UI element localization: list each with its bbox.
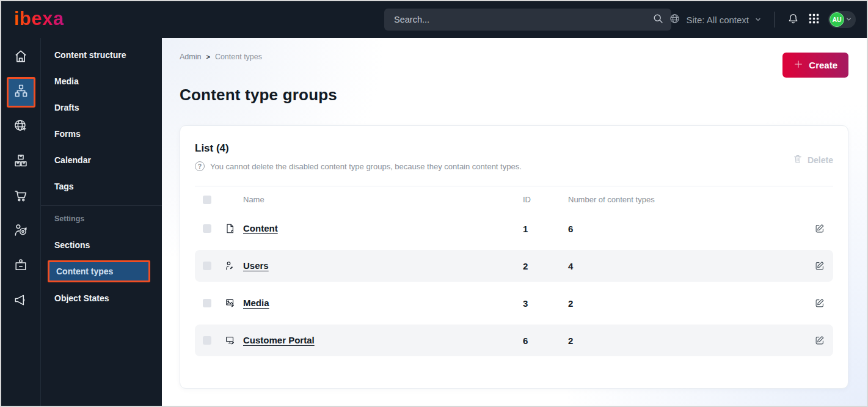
megaphone-icon [13,292,29,310]
sitemap-icon [13,83,29,101]
avatar: AU [830,12,844,27]
trash-icon [793,154,803,166]
create-button[interactable]: Create [782,53,848,78]
group-id: 3 [523,298,568,309]
group-link[interactable]: Content [243,223,278,233]
cart-icon [13,188,29,206]
globe-icon [669,13,680,26]
sidebar-item-calendar[interactable]: Calendar [41,147,162,173]
user-icon [225,260,243,271]
row-checkbox[interactable] [203,299,211,307]
sidebar-item-object-states[interactable]: Object States [41,285,162,311]
group-count: 4 [568,261,806,271]
sidebar-item-sections[interactable]: Sections [41,232,162,258]
rail-item-content-structure[interactable] [1,75,40,109]
delete-button[interactable]: Delete [793,154,833,166]
site-context-dropdown[interactable]: Site: All context [669,13,762,26]
edit-button[interactable] [814,260,825,271]
topbar-divider [774,12,775,28]
edit-button[interactable] [814,335,825,346]
sidebar: Content structure Media Drafts Forms Cal… [40,38,162,406]
table-row-customer-portal: Customer Portal 6 2 [195,324,833,356]
help-icon: ? [195,161,205,171]
icon-rail [1,38,40,406]
main-content: Admin > Content types Create Content typ… [162,38,867,406]
sidebar-item-media[interactable]: Media [41,68,162,94]
sidebar-item-tags[interactable]: Tags [41,173,162,199]
rail-item-campaigns[interactable] [1,284,40,318]
user-menu[interactable]: AU [828,11,856,28]
breadcrumb-content-types: Content types [215,53,262,61]
person-target-icon [13,222,29,241]
column-header-count: Number of content types [568,195,806,204]
table-row-users: Users 2 4 [195,250,833,282]
group-count: 6 [568,224,806,234]
image-icon [225,298,243,309]
file-icon [225,223,243,234]
card-header-left: List (4) ? You cannot delete the disable… [195,141,522,171]
sidebar-item-content-structure[interactable]: Content structure [41,42,162,68]
chevron-down-icon [754,15,762,25]
search-icon [652,13,664,27]
search-input[interactable] [394,15,652,24]
group-id: 2 [523,261,568,271]
top-bar: ibexa Site: All context [1,1,867,38]
topbar-controls: Site: All context [669,1,856,38]
rail-item-products[interactable] [1,144,40,179]
breadcrumb: Admin > Content types [180,53,262,61]
site-context-label: Site: All context [686,15,749,25]
globe-pointer-icon [13,118,29,136]
rail-item-admin[interactable] [1,249,40,284]
group-link[interactable]: Users [243,260,269,271]
sidebar-item-content-types[interactable]: Content types [48,260,150,282]
bell-icon [787,12,800,28]
rail-item-commerce[interactable] [1,179,40,214]
group-id: 6 [523,336,568,346]
page-title: Content type groups [180,86,337,105]
content-type-groups-card: List (4) ? You cannot delete the disable… [180,125,848,389]
group-count: 2 [568,336,806,346]
column-header-id: ID [523,195,568,204]
table-header: Name ID Number of content types [195,186,833,213]
table-row-content: Content 1 6 [195,213,833,244]
group-link[interactable]: Media [243,298,269,308]
group-id: 1 [523,224,568,234]
row-checkbox[interactable] [203,262,211,270]
chevron-down-icon [845,14,852,25]
monitor-icon [225,335,243,346]
boxes-icon [13,153,29,171]
edit-button[interactable] [814,298,825,309]
notifications-button[interactable] [787,12,800,28]
grid-icon [808,13,820,27]
sidebar-section-label: Settings [41,210,162,228]
content-type-groups-table: Name ID Number of content types Content [195,186,833,356]
edit-button[interactable] [814,223,825,234]
table-row-media: Media 3 2 [195,287,833,319]
sidebar-item-drafts[interactable]: Drafts [41,94,162,120]
create-button-label: Create [809,60,837,70]
sidebar-divider [41,205,162,206]
help-text: You cannot delete the disabled content t… [210,162,522,171]
group-link[interactable]: Customer Portal [243,335,315,345]
list-title: List (4) [195,142,522,155]
plus-icon [793,59,803,71]
rail-item-dashboard[interactable] [1,40,40,75]
rail-item-site[interactable] [1,109,40,144]
apps-menu-button[interactable] [808,13,820,27]
badge-icon [13,257,29,276]
row-checkbox[interactable] [203,336,211,345]
column-header-name: Name [243,195,523,204]
sidebar-item-forms[interactable]: Forms [41,120,162,147]
ibexa-logo: ibexa [14,9,64,28]
delete-button-label: Delete [808,155,833,165]
breadcrumb-admin[interactable]: Admin [180,53,201,61]
group-count: 2 [568,298,806,309]
row-checkbox[interactable] [203,224,211,233]
select-all-checkbox[interactable] [203,196,211,204]
content-structure-highlight [7,77,35,108]
home-icon [13,48,29,67]
global-search[interactable] [384,9,671,31]
breadcrumb-separator: > [206,53,210,61]
rail-item-personalization[interactable] [1,214,40,249]
app-window: ibexa Site: All context [0,0,868,407]
